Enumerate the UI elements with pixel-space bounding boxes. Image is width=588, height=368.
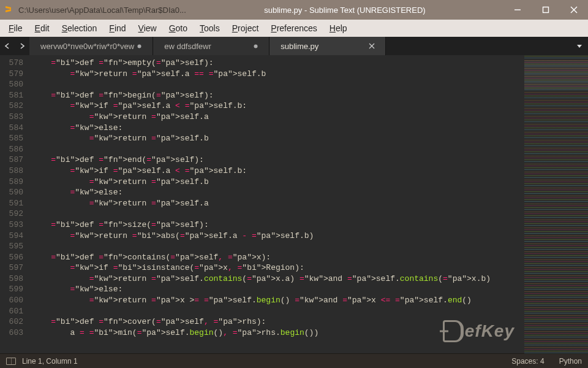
tab-wervw0-nve0w-riw-r0-vew[interactable]: wervw0*nve0w*riw*r0*vew [29,37,153,55]
minimap[interactable] [524,55,588,353]
menu-item-help[interactable]: Help [323,21,353,36]
maximize-button[interactable] [532,0,560,20]
dirty-indicator-icon[interactable] [134,44,144,49]
window-title: sublime.py - Sublime Text (UNREGISTERED) [186,6,503,15]
menu-item-edit[interactable]: Edit [29,21,56,36]
statusbar: Line 1, Column 1 Spaces: 4 Python [0,353,588,368]
minimize-button[interactable] [503,0,532,20]
close-button[interactable] [560,0,588,20]
tab-ew-ddfsdfewr[interactable]: ew ddfsdfewr [153,37,270,55]
tab-label: wervw0*nve0w*riw*r0*vew [40,42,134,51]
code-editor[interactable]: ="bi">def ="fn">empty(="pa">self): ="kw"… [29,55,524,353]
status-position[interactable]: Line 1, Column 1 [22,357,78,366]
line-gutter: 578 579 580 581 582 583 584 585 586 587 … [0,55,29,353]
editor-area: 578 579 580 581 582 583 584 585 586 587 … [0,55,588,353]
svg-point-4 [137,44,141,48]
tab-label: ew ddfsdfewr [164,42,251,51]
nav-forward-button[interactable] [15,37,29,55]
svg-point-5 [254,44,257,48]
tab-row: wervw0*nve0w*riw*r0*vewew ddfsdfewrsubli… [0,37,588,55]
tab-sublime-py[interactable]: sublime.py [270,37,386,55]
close-tab-icon[interactable] [367,43,377,49]
tab-overflow-button[interactable] [571,37,588,55]
nav-back-button[interactable] [0,37,15,55]
dirty-indicator-icon[interactable] [251,44,260,49]
menu-item-project[interactable]: Project [226,21,265,36]
app-icon [0,5,17,15]
menu-item-view[interactable]: View [132,21,163,36]
svg-rect-1 [543,7,549,13]
titlebar: C:\Users\user\AppData\Local\Temp\Rar$DIa… [0,0,588,20]
menu-item-file[interactable]: File [2,21,29,36]
panel-switcher-icon[interactable] [6,358,16,365]
menubar: FileEditSelectionFindViewGotoToolsProjec… [0,20,588,37]
menu-item-preferences[interactable]: Preferences [265,21,323,36]
tab-label: sublime.py [281,42,367,51]
menu-item-selection[interactable]: Selection [56,21,104,36]
menu-item-find[interactable]: Find [103,21,132,36]
status-syntax[interactable]: Python [559,357,582,366]
menu-item-tools[interactable]: Tools [194,21,226,36]
status-indent[interactable]: Spaces: 4 [511,357,544,366]
titlebar-path: C:\Users\user\AppData\Local\Temp\Rar$DIa… [17,6,186,15]
menu-item-goto[interactable]: Goto [163,21,194,36]
